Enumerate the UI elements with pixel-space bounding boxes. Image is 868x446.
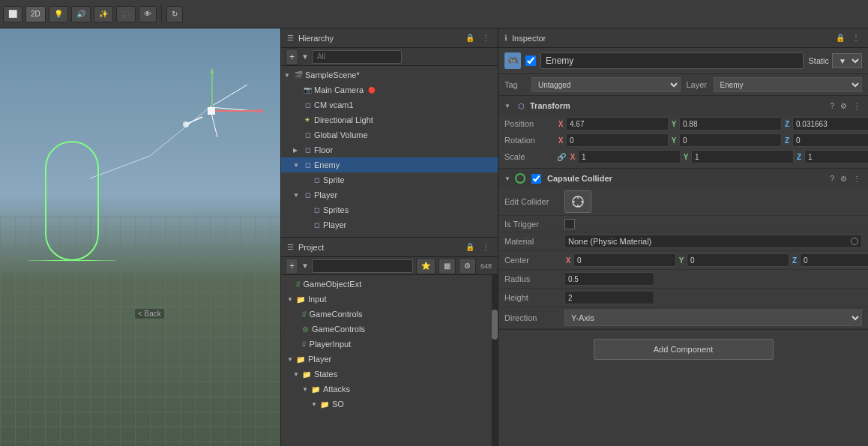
toolbar-gizmos-btn[interactable]: 👁 [139,6,157,22]
radius-input[interactable] [564,272,654,286]
toolbar-scene-btn[interactable]: 🎥 [116,6,136,22]
project-item-input[interactable]: ▼ 📁 Input [281,292,498,307]
scale-x-input[interactable] [578,150,681,163]
material-field[interactable]: None (Physic Material) [564,235,862,248]
left-panels: ☰ Hierarchy 🔒 ⋮ + ▼ ▼ 🎬 SampleScene* [281,28,498,446]
transform-help-btn[interactable]: ? [828,102,836,110]
link-icon[interactable]: 🔗 [557,153,566,161]
expand-icon: ▼ [302,386,310,393]
hierarchy-item-floor[interactable]: ▶ ◻ Floor [281,142,498,157]
collider-help-btn[interactable]: ? [828,175,836,183]
transform-more-btn[interactable]: ⋮ [852,102,862,110]
top-toolbar: ⬜ 2D 💡 🔊 ✨ 🎥 👁 ↻ [0,0,868,28]
transform-header[interactable]: ▼ ⬡ Transform ? ⚙ ⋮ [498,96,868,115]
is-trigger-checkbox[interactable] [564,219,575,229]
center-x-input[interactable] [573,253,676,267]
expand-icon: ▼ [293,162,301,169]
hierarchy-lock-btn[interactable]: 🔒 [463,33,477,43]
hierarchy-more-btn[interactable]: ⋮ [480,33,492,43]
scale-y-input[interactable] [691,150,794,163]
inspector-more-btn[interactable]: ⋮ [850,33,862,43]
project-item-playerfolder[interactable]: ▼ 📁 Player [281,352,498,367]
project-lock-btn[interactable]: 🔒 [463,242,477,252]
toolbar-fx-btn[interactable]: ✨ [94,6,113,22]
collider-more-btn[interactable]: ⋮ [852,175,862,183]
center-y-input[interactable] [687,253,789,267]
project-label-playerfolder: Player [308,355,331,364]
toolbar-2d-btn[interactable]: 2D [25,6,46,22]
position-z-field: Z [783,117,868,130]
inspector-lock-btn[interactable]: 🔒 [834,33,847,43]
position-z-input[interactable] [792,117,868,130]
inspector-content: 🎮 Static ▼ Tag Untagged Layer Enem [498,48,868,446]
object-name-input[interactable] [540,52,804,69]
capsule-collider-header[interactable]: ▼ Capsule Collider ? ⚙ ⋮ [498,169,868,188]
project-search-input[interactable] [312,259,413,273]
hierarchy-item-globalvolume[interactable]: ◻ Global Volume [281,127,498,142]
project-item-so[interactable]: ▼ 📁 SO [281,397,498,412]
project-view-btn[interactable]: ▦ [438,258,456,274]
position-x-input[interactable] [566,117,669,130]
hierarchy-item-sprite[interactable]: ◻ Sprite [281,172,498,187]
inspector-header-actions: 🔒 ⋮ [834,33,862,43]
position-y-input[interactable] [679,117,782,130]
is-trigger-row: Is Trigger [498,216,868,232]
toolbar-rotate-btn[interactable]: ↻ [166,6,183,22]
tag-dropdown[interactable]: Untagged [531,77,681,92]
project-more-btn[interactable]: ⋮ [480,242,492,252]
project-menu-icon: ☰ [287,243,294,251]
project-item-playerinput[interactable]: # PlayerInput [281,337,498,352]
hierarchy-item-sprites[interactable]: ◻ Sprites [281,202,498,217]
toolbar-audio-btn[interactable]: 🔊 [71,6,91,22]
rotation-y-input[interactable] [679,133,782,147]
add-component-button[interactable]: Add Component [594,339,774,360]
rotation-z-input[interactable] [792,133,868,147]
project-scrollbar[interactable] [492,275,498,446]
scene-view[interactable]: < Back [0,28,281,446]
project-item-attacks[interactable]: ▼ 📁 Attacks [281,382,498,397]
project-item-states[interactable]: ▼ 📁 States [281,367,498,382]
project-item-gameobjectext[interactable]: # GameObjectExt [281,277,498,292]
transform-settings-btn[interactable]: ⚙ [839,102,849,110]
project-item-gamecontrols2[interactable]: ⚙ GameControls [281,322,498,337]
direction-dropdown[interactable]: Y-Axis [564,310,862,326]
transform-component: ▼ ⬡ Transform ? ⚙ ⋮ Position X [498,96,868,169]
hierarchy-label-samplescene: SampleScene* [305,70,360,79]
project-add-btn[interactable]: + [286,258,298,274]
hierarchy-item-maincamera[interactable]: 📷 Main Camera 🔴 [281,82,498,97]
collider-enabled-checkbox[interactable] [531,174,541,184]
expand-icon: ▼ [284,72,292,79]
y-label: Y [678,256,685,265]
scale-z-input[interactable] [804,150,868,163]
toolbar-light-btn[interactable]: 💡 [49,6,68,22]
project-item-gamecontrols1[interactable]: # GameControls [281,307,498,322]
expand-icon: ▶ [293,147,301,154]
back-label[interactable]: < Back [135,309,164,319]
project-favorite-btn[interactable]: ⭐ [416,258,435,274]
hierarchy-search-input[interactable] [312,50,402,64]
hierarchy-add-btn[interactable]: + [286,49,298,65]
folder-icon: 📁 [320,400,329,409]
hierarchy-item-dirlight[interactable]: ☀ Directional Light [281,112,498,127]
hierarchy-item-player[interactable]: ▼ ◻ Player [281,187,498,202]
hierarchy-item-cmvcam1[interactable]: ◻ CM vcam1 [281,97,498,112]
hierarchy-item-enemy[interactable]: ▼ ◻ Enemy [281,157,498,172]
layer-dropdown[interactable]: Enemy [714,77,863,92]
capsule-collider-icon [515,173,525,184]
hierarchy-item-samplescene[interactable]: ▼ 🎬 SampleScene* [281,67,498,82]
project-settings-btn[interactable]: ⚙ [459,258,476,274]
object-enabled-checkbox[interactable] [525,55,536,66]
rotation-x-input[interactable] [566,133,669,147]
hierarchy-item-player-child[interactable]: ◻ Player [281,217,498,232]
center-z-input[interactable] [800,253,868,267]
edit-collider-button[interactable] [564,190,591,213]
collider-settings-btn[interactable]: ⚙ [839,175,849,183]
material-dot[interactable] [851,238,858,245]
static-dropdown[interactable]: ▼ [832,53,862,68]
obj-icon: ◻ [311,205,322,215]
static-label: Static [808,56,829,65]
toolbar-transform-btn[interactable]: ⬜ [3,6,22,22]
z-label: Z [791,256,798,265]
height-input[interactable] [564,291,654,304]
hierarchy-header: ☰ Hierarchy 🔒 ⋮ [281,28,498,48]
